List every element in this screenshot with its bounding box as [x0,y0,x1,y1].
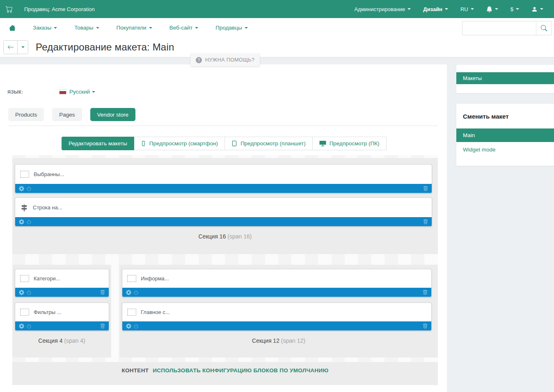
block-title: Выбранны... [34,171,64,177]
tab-preview-tablet[interactable]: Предпросмотр (планшет) [225,137,313,150]
block-toolbar [15,217,432,226]
layouts-card: Макеты [456,65,554,93]
sidebar-item-layouts[interactable]: Макеты [456,72,554,84]
tab-preview-smartphone[interactable]: Предпросмотр (смартфон) [134,137,225,150]
page-header: Редактирование макета: Main [0,37,554,57]
nav-item-website[interactable]: Веб-сайт [169,25,199,31]
tablet-icon [231,140,237,147]
back-dropdown-button[interactable] [17,41,28,54]
russia-flag-icon [60,89,66,94]
settings-icon[interactable] [126,290,131,295]
location-tabs: Products Pages Vendor store [8,108,135,121]
nav-item-products[interactable]: Товары [74,25,99,31]
settings-icon[interactable] [19,323,24,329]
tab-edit-layouts[interactable]: Редактировать макеты [62,137,134,150]
back-button[interactable] [4,41,17,54]
arrow-left-icon [7,44,14,50]
block-header: Информа... [122,269,431,288]
sidebar-item-main[interactable]: Main [456,128,554,142]
power-toggle-icon[interactable] [26,290,32,295]
delete-icon[interactable] [100,290,105,295]
language-row: ЯЗЫК: Русский [7,89,95,95]
delete-icon[interactable] [423,323,428,329]
need-help-button[interactable]: НУЖНА ПОМОЩЬ? [190,53,260,66]
user-icon [531,6,538,12]
tab-pages[interactable]: Pages [52,108,82,121]
delete-icon[interactable] [423,219,428,225]
search-input[interactable] [462,21,536,35]
nav-item-customers[interactable]: Покупатели [117,25,152,31]
settings-icon[interactable] [19,290,24,295]
chevron-down-icon [540,8,543,10]
back-button-group [3,40,28,54]
delete-icon[interactable] [100,323,105,329]
chevron-down-icon [21,46,25,48]
nav-item-orders[interactable]: Заказы [33,25,57,31]
menu-design[interactable]: Дизайн [423,6,448,12]
tab-preview-desktop[interactable]: Предпросмотр (ПК) [313,137,387,150]
layout-editor-screen: Продавец: Acme Corporation Администриров… [0,0,554,392]
settings-icon[interactable] [19,219,24,225]
top-admin-bar: Продавец: Acme Corporation Администриров… [0,0,554,18]
layout-block[interactable]: Категори... [15,269,109,297]
power-toggle-icon[interactable] [133,290,139,295]
need-help-label: НУЖНА ПОМОЩЬ? [205,57,254,63]
currency-menu[interactable]: $ [511,6,519,12]
main-nav-bar: Заказы Товары Покупатели Веб-сайт Продав… [0,18,554,38]
nav-item-vendors[interactable]: Продавцы [215,25,247,31]
signpost-icon [20,204,28,211]
section-16[interactable]: Выбранны... Строка на... [12,158,438,254]
user-menu[interactable] [531,6,543,12]
vendor-label: Продавец: Acme Corporation [24,6,95,12]
section-label: Секция 4 (span 4) [12,337,111,344]
power-toggle-icon[interactable] [133,323,139,329]
delete-icon[interactable] [423,290,428,295]
power-toggle-icon[interactable] [26,186,32,191]
cart-icon[interactable] [6,6,13,13]
tab-products[interactable]: Products [8,108,44,121]
block-toolbar [122,288,431,297]
notifications-menu[interactable] [486,6,498,12]
content-default-bar: КОНТЕНТ ИСПОЛЬЗОВАТЬ КОНФИГУРАЦИЮ БЛОКОВ… [12,362,438,385]
layout-block[interactable]: Фильтры ... [15,303,109,331]
search-icon [541,25,547,31]
power-toggle-icon[interactable] [26,219,32,225]
tab-vendor-store[interactable]: Vendor store [90,108,136,121]
search-box [462,21,552,35]
search-button[interactable] [536,21,552,35]
menu-administration[interactable]: Администрирование [354,6,411,12]
layout-block[interactable]: Выбранны... [15,164,432,193]
settings-icon[interactable] [126,323,131,329]
block-title: Главное с... [141,309,170,315]
layout-block[interactable]: Главное с... [122,303,432,331]
use-default-blocks-link[interactable]: ИСПОЛЬЗОВАТЬ КОНФИГУРАЦИЮ БЛОКОВ ПО УМОЛ… [153,367,328,374]
switch-layout-card: Сменить макет Main Widget mode [456,104,554,166]
layout-block[interactable]: Информа... [122,269,432,297]
block-header: Фильтры ... [15,303,109,321]
question-circle-icon [196,57,202,63]
chevron-down-icon [54,27,57,29]
delete-icon[interactable] [423,186,428,191]
language-switcher[interactable]: RU [460,6,474,12]
block-header: Главное с... [122,303,431,321]
layout-block[interactable]: Строка на... [15,197,432,227]
content-panel: ЯЗЫК: Русский Products Pages Vendor stor… [0,64,447,392]
section-12[interactable]: Информа... Главное с... [119,265,438,358]
bell-icon [486,6,492,12]
block-placeholder-icon [20,309,29,316]
language-label: ЯЗЫК: [7,89,60,94]
block-toolbar [15,184,432,193]
block-title: Строка на... [33,204,62,211]
block-placeholder-icon [127,275,136,282]
language-select[interactable]: Русский [69,89,95,95]
chevron-down-icon [96,27,99,29]
power-toggle-icon[interactable] [26,323,32,329]
section-4[interactable]: Категори... Фильтры ... [12,265,111,358]
block-header: Категори... [15,269,109,288]
chevron-down-icon [445,8,448,10]
home-icon[interactable] [9,25,16,31]
sidebar-item-widget-mode[interactable]: Widget mode [456,146,554,154]
chevron-down-icon [516,8,519,10]
settings-icon[interactable] [19,186,24,191]
content-label: КОНТЕНТ [121,367,149,374]
